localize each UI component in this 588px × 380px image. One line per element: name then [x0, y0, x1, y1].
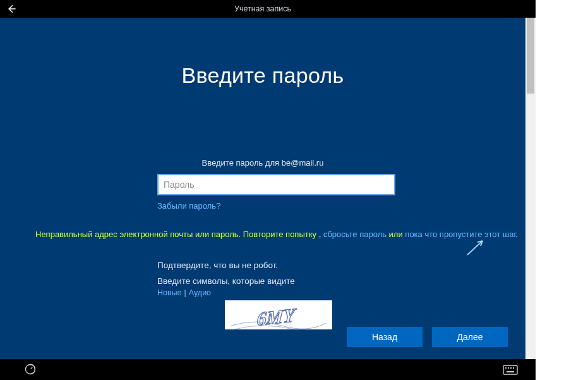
tab-account[interactable]: Учетная запись — [234, 0, 291, 18]
error-text-1: Неправильный адрес электронной почты или… — [35, 230, 316, 239]
vertical-scrollbar[interactable] — [525, 18, 536, 359]
svg-rect-5 — [510, 367, 512, 369]
top-bar: Учетная запись — [0, 0, 525, 18]
keyboard-layout-button[interactable] — [503, 365, 518, 375]
captcha-links: Новые|Аудио — [157, 288, 211, 297]
captcha-image: 6MY — [225, 300, 332, 329]
next-button[interactable]: Далее — [432, 327, 508, 347]
captcha-subtitle: Введите символы, которые видите — [157, 276, 295, 286]
svg-rect-3 — [505, 367, 507, 369]
forgot-password-link[interactable]: Забыли пароль? — [157, 201, 220, 211]
error-message: Неправильный адрес электронной почты или… — [35, 229, 500, 240]
error-sep-1: , — [316, 230, 323, 239]
captcha-link-separator: | — [184, 288, 186, 297]
tab-strip: Учетная запись — [0, 0, 525, 18]
page-title: Введите пароль — [0, 63, 525, 88]
captcha-audio-link[interactable]: Аудио — [189, 288, 211, 297]
ease-of-access-icon — [24, 363, 37, 376]
password-prompt: Введите пароль для be@mail.ru — [0, 158, 525, 168]
oobe-window: Учетная запись Введите пароль Введите па… — [0, 0, 536, 380]
back-button[interactable]: Назад — [347, 327, 423, 347]
svg-rect-4 — [508, 367, 509, 369]
reset-password-link[interactable]: сбросьте пароль — [323, 230, 387, 239]
svg-rect-2 — [503, 365, 517, 374]
captcha-title: Подтвердите, что вы не робот. — [157, 260, 278, 270]
content-stage: Введите пароль Введите пароль для be@mai… — [0, 18, 525, 359]
keyboard-icon — [503, 365, 518, 375]
annotation-arrow-icon — [464, 240, 485, 259]
error-sep-2: или — [387, 230, 405, 239]
captcha-new-link[interactable]: Новые — [157, 288, 182, 297]
svg-rect-6 — [513, 367, 514, 369]
password-input[interactable] — [157, 174, 395, 195]
scrollbar-thumb[interactable] — [527, 18, 534, 94]
bottom-bar — [0, 359, 536, 380]
skip-step-link[interactable]: пока что пропустите этот шаг — [405, 230, 515, 239]
ease-of-access-button[interactable] — [24, 363, 37, 376]
error-tail: . — [516, 230, 519, 239]
password-field-wrap — [157, 174, 395, 195]
svg-rect-7 — [507, 371, 514, 372]
